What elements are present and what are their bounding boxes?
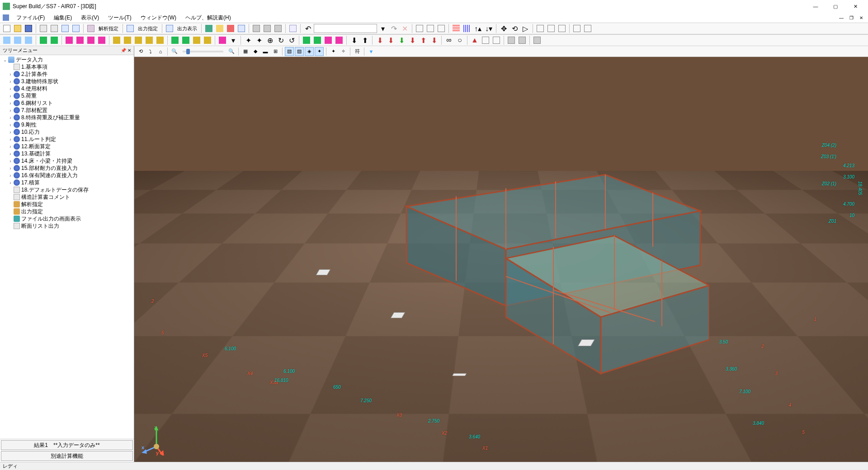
tb-open[interactable] — [13, 24, 23, 33]
tb-redo[interactable]: ↷ — [389, 24, 399, 33]
tb2-i1[interactable]: ⬇ — [349, 35, 359, 45]
tb-undo-drop[interactable]: ▾ — [378, 24, 388, 33]
tb2-l3[interactable] — [491, 35, 501, 45]
vt-shade1[interactable]: ▧ — [285, 47, 294, 56]
tree-item-11[interactable]: ›11.ルート判定 — [0, 136, 134, 143]
tb2-a1[interactable] — [2, 35, 12, 45]
tb2-d4[interactable] — [144, 35, 154, 45]
mdi-close-button[interactable]: ✕ — [857, 14, 865, 22]
tree-item-10[interactable]: ›10.応力 — [0, 128, 134, 136]
tb-grid2[interactable] — [462, 24, 472, 33]
tree-item-8[interactable]: ›8.特殊荷重及び補正重量 — [0, 114, 134, 121]
tb2-b2[interactable] — [49, 35, 59, 45]
vt-zoom2[interactable]: 🔍 — [227, 47, 236, 56]
tb2-g2[interactable]: ✦ — [254, 35, 264, 45]
tb-undo[interactable]: ↶ — [303, 24, 313, 33]
tb2-g1[interactable]: ✦ — [243, 35, 253, 45]
tb2-a3[interactable] — [24, 35, 33, 45]
tb-win3[interactable] — [436, 24, 446, 33]
menu-file[interactable]: ファイル(F) — [13, 13, 48, 23]
tb2-e4[interactable] — [203, 35, 212, 45]
tb2-i2[interactable]: ⬆ — [360, 35, 370, 45]
tb2-print2[interactable] — [517, 35, 527, 45]
tb-grid[interactable] — [451, 24, 461, 33]
tb2-d2[interactable] — [123, 35, 132, 45]
pin-icon[interactable]: 📌 ✕ — [121, 48, 131, 53]
tree-extra-2[interactable]: 出力指定 — [0, 208, 134, 215]
tb-outview-icon[interactable] — [165, 24, 175, 33]
tb2-j2[interactable]: ⬇ — [386, 35, 396, 45]
tree-item-9[interactable]: ›9.剛性 — [0, 121, 134, 128]
result-button[interactable]: 結果1 **入力データのみ** — [1, 440, 133, 450]
tree-item-2[interactable]: ›2.計算条件 — [0, 70, 134, 78]
tree-item-13[interactable]: ›13.基礎計算 — [0, 150, 134, 157]
tree-item-18[interactable]: 18.デフォルトデータの保存 — [0, 186, 134, 193]
tb-new[interactable] — [2, 24, 12, 33]
tb-l4[interactable] — [572, 24, 582, 33]
tb-analysis-label[interactable]: 解析指定 — [97, 25, 120, 32]
tree-item-5[interactable]: ›5.荷重 — [0, 92, 134, 99]
minimize-button[interactable]: — — [806, 0, 826, 13]
vt-shade2[interactable]: ▨ — [295, 47, 304, 56]
tb2-g5[interactable]: ↺ — [287, 35, 297, 45]
vt-sym[interactable]: 符 — [353, 47, 362, 56]
tb2-k2[interactable]: ○ — [455, 35, 465, 45]
tb2-d3[interactable] — [133, 35, 143, 45]
tb-outview-label[interactable]: 出力表示 — [175, 25, 199, 32]
tb2-d5[interactable] — [155, 35, 165, 45]
tb-select[interactable]: ▷ — [520, 24, 530, 33]
tree-item-17[interactable]: ›17.積算 — [0, 179, 134, 186]
vt-disp3[interactable]: ▬ — [261, 47, 270, 56]
tb-analysis-icon[interactable] — [86, 24, 96, 33]
tb2-k1[interactable]: ∞ — [444, 35, 454, 45]
tb2-h4[interactable] — [334, 35, 344, 45]
tb-g4[interactable] — [236, 24, 246, 33]
tb-up[interactable]: ↑▴ — [473, 24, 483, 33]
tb-save[interactable] — [24, 24, 33, 33]
vt-shade4[interactable]: ✦ — [315, 47, 324, 56]
tb2-f1[interactable] — [217, 35, 227, 45]
tb-win2[interactable] — [425, 24, 435, 33]
viewport-3d[interactable]: Z04 (2) Z03 (1') Z02 (1) Z01 4.213 3.100… — [134, 57, 868, 462]
tb2-j5[interactable]: ⬆ — [418, 35, 428, 45]
tb-undo-combo[interactable] — [314, 24, 377, 33]
tb-doc4[interactable] — [71, 24, 81, 33]
tb2-e1[interactable] — [170, 35, 180, 45]
tb2-f1b[interactable]: ▾ — [228, 35, 238, 45]
vt-rot[interactable]: ⟲ — [136, 47, 145, 56]
vt-home[interactable]: ⌂ — [156, 47, 165, 56]
vt-slider[interactable] — [183, 51, 223, 52]
tb-doc1[interactable] — [38, 24, 48, 33]
tb-g3[interactable] — [226, 24, 236, 33]
tb-doc3[interactable] — [60, 24, 70, 33]
tb-doc2[interactable] — [49, 24, 59, 33]
tb-move[interactable]: ✥ — [499, 24, 509, 33]
tb2-h1[interactable] — [302, 35, 311, 45]
tree-extra-1[interactable]: 解析指定 — [0, 201, 134, 208]
tb-g1[interactable] — [204, 24, 214, 33]
tb2-c2[interactable] — [75, 35, 85, 45]
tree-item-1[interactable]: 1.基本事項 — [0, 63, 134, 70]
menu-edit[interactable]: 編集(E) — [50, 13, 75, 23]
tb2-h2[interactable] — [312, 35, 322, 45]
tb2-a2[interactable] — [13, 35, 23, 45]
mdi-restore-button[interactable]: ❐ — [847, 14, 855, 22]
maximize-button[interactable]: ▢ — [826, 0, 845, 13]
tb-export[interactable] — [273, 24, 283, 33]
extra-calc-button[interactable]: 別途計算機能 — [1, 451, 133, 461]
tb2-j4[interactable]: ⬇ — [407, 35, 417, 45]
mdi-minimize-button[interactable]: — — [837, 14, 845, 22]
tree-item-4[interactable]: ›4.使用材料 — [0, 85, 134, 92]
tree-item-7[interactable]: ›7.部材配置 — [0, 107, 134, 114]
tb2-h3[interactable] — [323, 35, 333, 45]
vt-disp1[interactable]: ▦ — [241, 47, 250, 56]
tree-item-15[interactable]: ›15.部材耐力の直接入力 — [0, 164, 134, 172]
tb-l3[interactable] — [557, 24, 567, 33]
vt-disp4[interactable]: ⊞ — [271, 47, 280, 56]
tb2-c4[interactable] — [97, 35, 107, 45]
tb2-j3[interactable]: ⬇ — [396, 35, 406, 45]
vt-light[interactable]: ✦ — [329, 47, 338, 56]
tb2-b1[interactable] — [38, 35, 48, 45]
tree-item-14[interactable]: ›14.床・小梁・片持梁 — [0, 157, 134, 164]
tb2-g4[interactable]: ↻ — [276, 35, 286, 45]
